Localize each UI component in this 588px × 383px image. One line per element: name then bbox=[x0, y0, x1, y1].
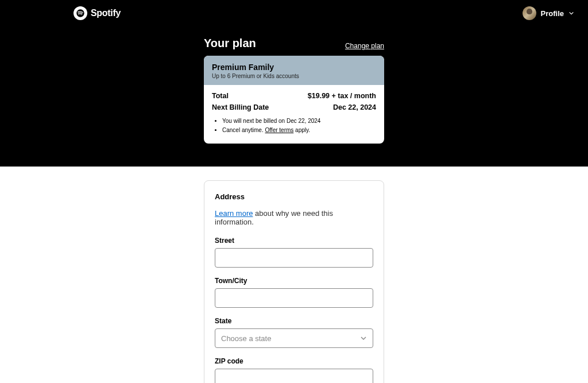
next-billing-label: Next Billing Date bbox=[212, 103, 269, 111]
total-label: Total bbox=[212, 92, 229, 100]
plan-header: Premium Family Up to 6 Premium or Kids a… bbox=[204, 56, 384, 85]
spotify-logo-icon bbox=[74, 6, 87, 20]
zip-input[interactable] bbox=[215, 369, 373, 383]
address-card: Address Learn more about why we need thi… bbox=[204, 180, 384, 383]
state-placeholder: Choose a state bbox=[221, 334, 271, 343]
plan-section-title: Your plan bbox=[204, 37, 256, 50]
learn-more-link[interactable]: Learn more bbox=[215, 209, 253, 218]
city-label: Town/City bbox=[215, 277, 373, 285]
city-input[interactable] bbox=[215, 288, 373, 308]
plan-bullets: You will next be billed on Dec 22, 2024 … bbox=[212, 117, 376, 134]
plan-name: Premium Family bbox=[212, 63, 376, 72]
plan-card: Premium Family Up to 6 Premium or Kids a… bbox=[204, 56, 384, 144]
hero-section: Your plan Change plan Premium Family Up … bbox=[0, 26, 588, 167]
street-input[interactable] bbox=[215, 248, 373, 268]
plan-subtitle: Up to 6 Premium or Kids accounts bbox=[212, 73, 376, 79]
offer-terms-link[interactable]: Offer terms bbox=[265, 127, 293, 133]
bullet-2: Cancel anytime. Offer terms apply. bbox=[222, 126, 376, 134]
chevron-down-icon bbox=[360, 335, 367, 342]
address-info-line: Learn more about why we need this inform… bbox=[215, 209, 373, 226]
top-bar: Spotify Profile bbox=[0, 0, 588, 26]
profile-menu[interactable]: Profile bbox=[523, 6, 574, 20]
change-plan-link[interactable]: Change plan bbox=[345, 42, 384, 50]
total-value: $19.99 + tax / month bbox=[308, 92, 376, 100]
bullet-1: You will next be billed on Dec 22, 2024 bbox=[222, 117, 376, 125]
chevron-down-icon bbox=[568, 10, 574, 16]
zip-label: ZIP code bbox=[215, 357, 373, 365]
form-section: Address Learn more about why we need thi… bbox=[0, 167, 588, 383]
address-title: Address bbox=[215, 192, 373, 201]
next-billing-value: Dec 22, 2024 bbox=[333, 103, 376, 111]
logo[interactable]: Spotify bbox=[74, 6, 121, 20]
brand-name: Spotify bbox=[91, 8, 121, 18]
state-label: State bbox=[215, 317, 373, 325]
profile-label: Profile bbox=[541, 9, 564, 18]
avatar-icon bbox=[523, 6, 536, 20]
street-label: Street bbox=[215, 237, 373, 245]
state-select[interactable]: Choose a state bbox=[215, 328, 373, 348]
